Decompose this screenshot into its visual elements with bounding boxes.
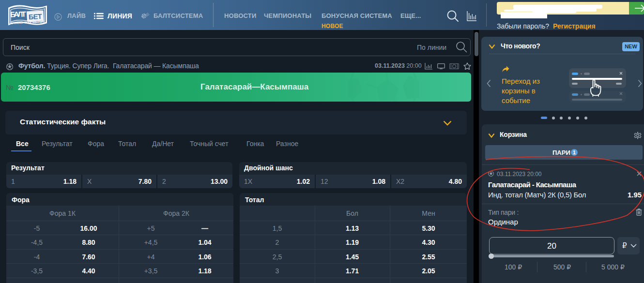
svg-text:БАЛТ: БАЛТ — [10, 10, 27, 18]
svg-text:БЕТ: БЕТ — [29, 13, 42, 21]
